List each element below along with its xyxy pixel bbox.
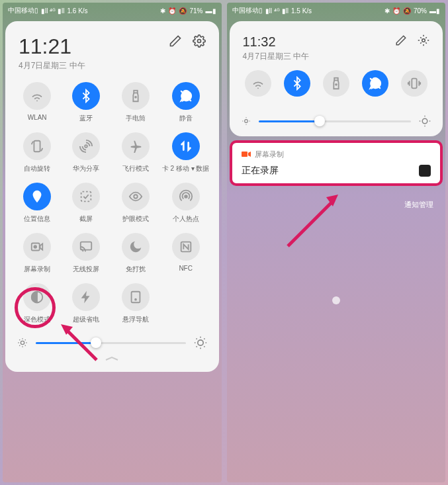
bluetooth-status-icon: ✱ [160,7,165,15]
tile-mobiledata[interactable]: 卡 2 移动 ▾ 数据 [162,132,210,173]
svg-point-19 [422,39,426,42]
carrier-icon: 中国移动▯ [232,6,263,15]
mute-icon [172,82,200,110]
wirelesscast-icon [72,233,100,261]
svg-rect-1 [134,91,138,93]
tile-bluetooth[interactable] [284,70,310,97]
tile-label: 手电筒 [126,114,146,123]
tile-eyecomfort[interactable]: 护眼模式 [113,183,158,224]
tile-label: WLAN [28,114,47,121]
edit-icon[interactable] [395,34,407,49]
svg-rect-7 [81,192,91,202]
svg-rect-23 [412,79,416,89]
mobiledata-icon [172,132,200,160]
tile-label: 自动旋转 [24,164,50,173]
svg-rect-15 [131,292,140,303]
net-speed: 1.6 K/s [67,7,87,15]
svg-point-25 [422,118,427,124]
notification-app-name: 屏幕录制 [255,150,284,159]
bluetooth-icon [72,82,100,110]
svg-point-16 [135,299,136,300]
tile-screenshot[interactable]: 截屏 [64,183,109,224]
battery-icon: ▬▮ [206,7,216,15]
tile-powersave[interactable]: 超级省电 [64,283,109,324]
floatnav-icon [122,283,150,311]
svg-point-5 [85,145,88,148]
bluetooth-status-icon: ✱ [384,7,390,15]
tile-dnd[interactable]: 免打扰 [113,233,158,274]
svg-rect-12 [81,242,92,250]
drag-handle-icon[interactable] [15,356,210,363]
tile-label: 飞行模式 [122,164,149,173]
tile-hotspot[interactable]: 个人热点 [162,183,210,224]
tile-location[interactable]: 位置信息 [15,183,60,224]
tile-wlan[interactable]: WLAN [15,82,60,123]
panel-date: 4月7日星期三 中午 [19,60,85,71]
tile-flashlight[interactable]: 手电筒 [113,82,158,123]
settings-icon[interactable] [193,34,206,50]
tile-label: NFC [179,265,193,272]
notification-body: 正在录屏 [242,165,279,177]
svg-rect-4 [34,141,40,152]
tile-label: 位置信息 [24,214,50,224]
battery-icon: ▬▮ [429,7,440,15]
svg-point-9 [185,195,187,198]
screen-record-notification[interactable]: 屏幕录制 正在录屏 [230,140,443,186]
tile-label: 深色模式 [24,315,50,324]
signal-icon: ▮ll ⁴ᴳ ▮ll [265,7,289,15]
tile-label: 无线投屏 [73,265,99,274]
annotation-arrow [280,188,346,254]
tile-label: 静音 [179,114,193,123]
quick-settings-panel-compact: 11:32 4月7日星期三 中午 [230,21,443,136]
alarm-icon: ⏰ [168,7,176,15]
tile-floatnav[interactable]: 悬浮导航 [113,283,158,324]
stop-record-button[interactable] [419,165,431,177]
tile-label: 免打扰 [126,265,146,274]
alarm-icon: ⏰ [392,7,400,15]
tile-wirelesscast[interactable]: 无线投屏 [64,233,109,274]
tile-vibrate[interactable] [401,70,427,97]
edit-icon[interactable] [169,34,182,50]
nfc-icon [172,233,200,261]
right-screenshot: 中国移动▯ ▮ll ⁴ᴳ ▮ll 1.5 K/s ✱ ⏰ 🔕 70% ▬▮ 11… [227,3,446,482]
svg-point-18 [197,340,202,345]
tile-flashlight[interactable] [323,70,349,97]
battery-text: 70% [414,7,427,15]
huaweishare-icon [72,132,100,160]
svg-rect-26 [242,152,247,157]
brightness-slider[interactable] [239,115,434,127]
panel-time: 11:32 [243,34,310,50]
airplane-icon [122,132,150,160]
brightness-slider[interactable] [15,336,210,349]
tile-wlan[interactable] [245,70,271,97]
autorotate-icon [23,132,51,160]
tile-label: 卡 2 移动 ▾ 数据 [162,164,210,173]
settings-icon[interactable] [418,34,429,49]
screenrecord-icon [23,233,51,261]
flashlight-icon [122,82,150,110]
tile-huaweishare[interactable]: 华为分享 [64,132,109,173]
svg-point-2 [135,97,136,98]
carrier-icon: 中国移动▯ [8,6,38,15]
tile-mute[interactable] [362,70,388,97]
left-screenshot: 中国移动▯ ▮ll ⁴ᴳ ▮ll 1.6 K/s ✱ ⏰ 🔕 71% ▬▮ 11… [3,3,222,482]
tile-darkmode[interactable]: 深色模式 [15,283,60,324]
tile-bluetooth[interactable]: 蓝牙 [64,82,109,123]
tile-nfc[interactable]: NFC [162,233,210,274]
powersave-icon [72,283,100,311]
location-icon [23,183,51,210]
tile-screenrecord[interactable]: 屏幕录制 [15,233,60,274]
svg-rect-20 [334,78,338,81]
tile-mute[interactable]: 静音 [162,82,210,123]
hotspot-icon [172,183,200,210]
status-bar: 中国移动▯ ▮ll ⁴ᴳ ▮ll 1.6 K/s ✱ ⏰ 🔕 71% ▬▮ [3,3,222,19]
notification-manage-link[interactable]: 通知管理 [404,200,433,210]
tile-label: 个人热点 [173,214,199,224]
tile-label: 蓝牙 [79,114,93,123]
svg-point-24 [244,120,247,123]
tile-autorotate[interactable]: 自动旋转 [15,132,60,173]
mute-status-icon: 🔕 [403,7,411,15]
tile-airplane[interactable]: 飞行模式 [113,132,158,173]
svg-point-6 [36,193,39,197]
svg-point-21 [336,84,337,85]
